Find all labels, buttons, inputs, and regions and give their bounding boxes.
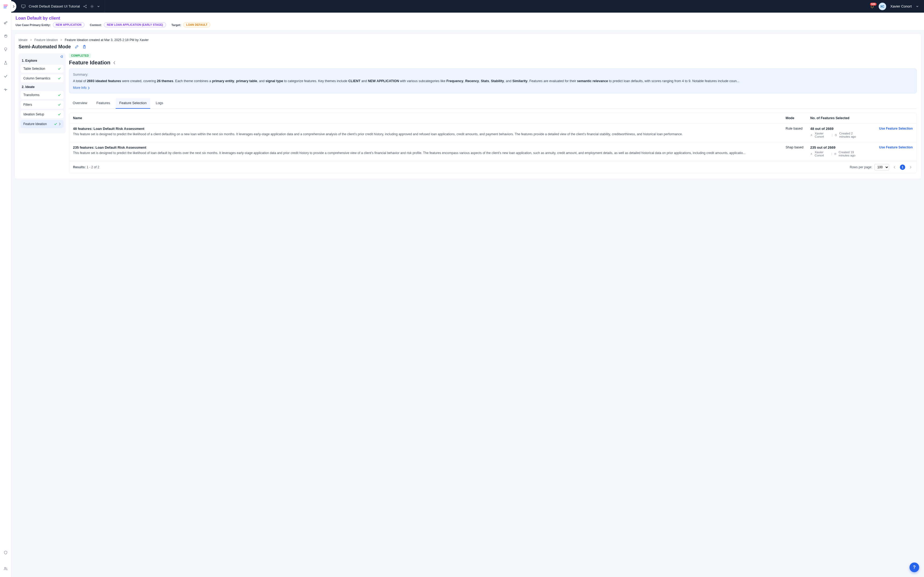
next-page-button[interactable] [908,166,913,169]
section-heading: Feature Ideation [69,60,110,66]
rail-item-validate[interactable] [0,71,11,82]
target: Target: LOAN DEFAULT [171,22,210,27]
rail-item-shield[interactable] [0,547,11,558]
chevron-right-icon [88,87,90,89]
use-case-title[interactable]: Loan Default by client [16,16,920,21]
project-selector[interactable]: Credit Default Dataset UI Tutorial [21,0,105,13]
flask-icon [3,61,8,65]
step-feature-ideation[interactable]: Feature Ideation [21,120,64,128]
table-row[interactable]: 48 features: Loan Default Risk Assessmen… [69,123,916,142]
collapse-steps-button[interactable] [60,55,64,58]
chevron-right-icon [59,122,61,125]
prev-page-button[interactable] [892,166,897,169]
edit-icon [75,45,79,49]
chevron-down-icon[interactable] [916,5,919,8]
svg-point-1 [84,6,84,7]
back-button[interactable] [113,61,116,64]
rail-item-telescope[interactable] [0,17,11,28]
avatar[interactable]: XC [879,3,886,10]
col-count[interactable]: No. of Features Selected [810,116,864,120]
detail-panel: COMPLETED Feature Ideation Summary: A to… [69,53,917,173]
rail-item-activity[interactable] [0,84,11,95]
gear-icon[interactable] [90,5,94,8]
project-title: Credit Default Dataset UI Tutorial [29,4,80,8]
rows-per-page-select[interactable]: 100 [874,164,889,171]
topbar-right: 539 XC Xavier Conort [870,0,924,13]
sidebar-expand-button[interactable] [11,1,16,12]
step-table-selection[interactable]: Table Selection [21,64,64,73]
row-created: Created 19 minutes ago [839,151,864,157]
target-chip[interactable]: LOAN DEFAULT [183,22,210,27]
rail-item-users[interactable] [0,563,11,574]
breadcrumb-current: Feature Ideation created at Mar 3, 2025 … [64,38,149,42]
notification-badge: 539 [870,3,876,6]
col-name[interactable]: Name [73,116,782,120]
tab-logs[interactable]: Logs [152,98,167,109]
edit-button[interactable] [75,45,79,49]
clipboard-icon [82,45,86,49]
lightbulb-icon [3,47,8,52]
primary-entity-chip[interactable]: NEW APPLICATION [53,22,85,27]
user-icon [3,567,8,571]
svg-rect-0 [21,5,25,7]
step-label: Transforms [23,93,39,97]
tab-features[interactable]: Features [93,98,114,109]
steps-panel: 1. Explore Table Selection Column Semant… [19,53,66,134]
chevron-down-icon [97,5,100,8]
breadcrumb: Ideate > Feature Ideation > Feature Idea… [19,38,917,42]
telescope-icon [3,20,8,25]
logo[interactable] [0,0,11,13]
use-feature-selection-link[interactable]: Use Feature Selection [867,127,913,131]
user-icon [810,152,812,155]
breadcrumb-ideate[interactable]: Ideate [19,38,27,42]
context-label: Context: [90,23,102,27]
user-name: Xavier Conort [890,4,912,8]
svg-point-5 [4,567,5,568]
svg-point-10 [811,153,812,154]
clock-icon [834,152,836,155]
step-transforms[interactable]: Transforms [21,91,64,99]
step-column-semantics[interactable]: Column Semantics [21,74,64,82]
rail-item-experiment[interactable] [0,57,11,68]
monitor-icon [21,5,26,8]
row-description: This feature set is designed to predict … [73,151,782,156]
row-count: 235 out of 2669 [810,145,864,150]
page-title: Semi-Automated Mode [19,44,71,50]
rows-per-page-label: Rows per page: [850,165,872,169]
status-badge: COMPLETED [69,53,91,58]
col-mode[interactable]: Mode [786,116,807,120]
row-mode: Rule based [786,127,807,131]
svg-point-2 [85,5,86,6]
table-row[interactable]: 235 features: Loan Default Risk Assessme… [69,142,916,161]
notifications-button[interactable]: 539 [870,4,874,9]
results-value: 1 - 2 of 2 [87,165,99,169]
page-title-row: Semi-Automated Mode [19,44,917,50]
target-label: Target: [171,23,181,27]
rail-item-prep[interactable] [0,30,11,42]
clipboard-button[interactable] [82,45,86,49]
more-info-link[interactable]: More Info [73,85,90,90]
primary-entity: Use Case Primary Entity: NEW APPLICATION [16,22,85,27]
use-feature-selection-link[interactable]: Use Feature Selection [867,145,913,149]
check-icon [58,77,61,80]
step-label: Column Semantics [23,76,50,80]
logo-icon [3,4,8,9]
tab-overview[interactable]: Overview [69,98,91,109]
step-ideation-setup[interactable]: Ideation Setup [21,110,64,118]
check-icon [58,103,61,106]
table-header: Name Mode No. of Features Selected [69,113,916,123]
rail-item-ideate[interactable] [0,44,11,55]
context-chip[interactable]: NEW LOAN APPLICATION (EARLY STAGE) [104,22,166,27]
row-author: Xavier Conort [815,132,830,138]
svg-point-3 [85,7,86,8]
help-button[interactable]: ? [910,562,919,572]
summary-text: A total of 2693 ideated features were cr… [73,78,913,84]
breadcrumb-feature-ideation[interactable]: Feature Ideation [34,38,58,42]
share-icon[interactable] [83,5,87,8]
row-title: 235 features: Loan Default Risk Assessme… [73,145,782,150]
step-filters[interactable]: Filters [21,101,64,109]
table-footer: Results: 1 - 2 of 2 Rows per page: 100 [69,161,916,173]
tabs: Overview Features Feature Selection Logs [69,98,917,109]
tab-feature-selection[interactable]: Feature Selection [116,98,151,109]
page-number[interactable]: 1 [900,164,905,170]
